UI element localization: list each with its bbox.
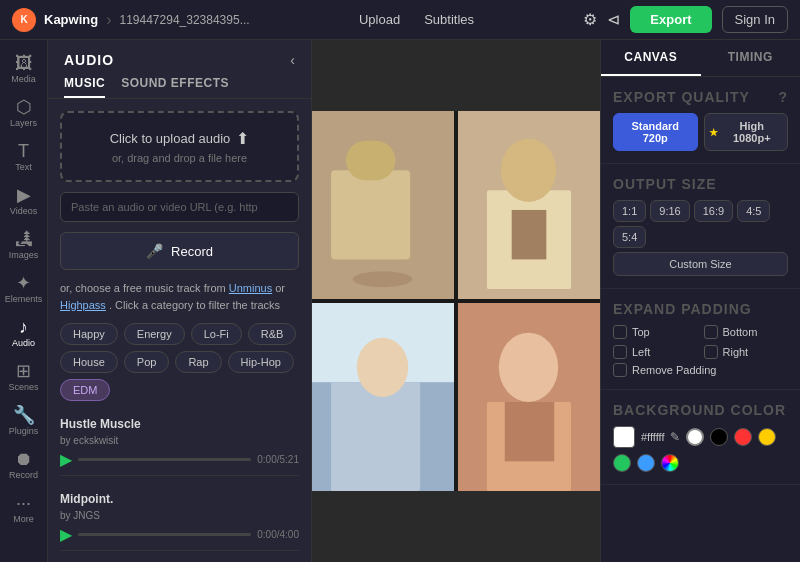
sidebar-icons: 🖼 Media ⬡ Layers T Text ▶ Videos 🏞 Image…: [0, 40, 48, 562]
canvas-grid: [312, 111, 600, 491]
export-button[interactable]: Export: [630, 6, 711, 33]
plugins-icon: 🔧: [13, 406, 35, 424]
color-swatch-red[interactable]: [734, 428, 752, 446]
canvas-cell-2: [312, 303, 454, 491]
topbar-left: K Kapwing › 119447294_32384395...: [12, 8, 250, 32]
expand-padding-section: EXPAND PADDING Top Bottom Left Right: [601, 289, 800, 390]
tab-timing[interactable]: TIMING: [701, 40, 801, 76]
sidebar-item-elements[interactable]: ✦ Elements: [2, 268, 46, 310]
size-4-5[interactable]: 4:5: [737, 200, 770, 222]
upload-area[interactable]: Click to upload audio ⬆ or, drag and dro…: [60, 111, 299, 182]
signin-button[interactable]: Sign In: [722, 6, 788, 33]
tab-sound-effects[interactable]: SOUND EFFECTS: [121, 76, 229, 98]
subtitles-button[interactable]: Subtitles: [424, 12, 474, 27]
scenes-icon: ⊞: [16, 362, 31, 380]
padding-right-checkbox[interactable]: [704, 345, 718, 359]
svg-rect-10: [331, 382, 420, 491]
color-edit-button[interactable]: ✎: [670, 430, 680, 444]
share-icon[interactable]: ⊲: [607, 10, 620, 29]
sidebar-item-text[interactable]: T Text: [2, 136, 46, 178]
sidebar-item-images[interactable]: 🏞 Images: [2, 224, 46, 266]
file-name: 119447294_32384395...: [120, 13, 250, 27]
audio-icon: ♪: [19, 318, 28, 336]
remove-padding[interactable]: Remove Padding: [613, 363, 788, 377]
color-swatch-yellow[interactable]: [758, 428, 776, 446]
sidebar-item-media[interactable]: 🖼 Media: [2, 48, 46, 90]
sidebar-item-record[interactable]: ⏺ Record: [2, 444, 46, 486]
size-9-16[interactable]: 9:16: [650, 200, 689, 222]
breadcrumb-sep: ›: [106, 11, 111, 29]
track-progress-bar-0[interactable]: [78, 458, 251, 461]
kapwing-logo: K: [12, 8, 36, 32]
star-icon: ★: [709, 127, 718, 138]
sidebar-item-more[interactable]: ··· More: [2, 488, 46, 530]
settings-icon[interactable]: ⚙: [583, 10, 597, 29]
free-music-text: or, choose a free music track from Unmin…: [60, 280, 299, 313]
color-swatch-black[interactable]: [710, 428, 728, 446]
track-play-button-0[interactable]: ▶: [60, 450, 72, 469]
track-item-0: Hustle Muscle by eckskwisit ▶ 0:00/5:21: [60, 411, 299, 476]
track-name-0: Hustle Muscle: [60, 417, 299, 431]
sidebar-item-scenes[interactable]: ⊞ Scenes: [2, 356, 46, 398]
tab-canvas[interactable]: CANVAS: [601, 40, 701, 76]
bg-color-section: BACKGROUND COLOR #ffffff ✎: [601, 390, 800, 485]
color-swatch-blue[interactable]: [637, 454, 655, 472]
color-swatch-green[interactable]: [613, 454, 631, 472]
genre-happy[interactable]: Happy: [60, 323, 118, 345]
upload-sub: or, drag and drop a file here: [112, 152, 247, 164]
size-16-9[interactable]: 16:9: [694, 200, 733, 222]
track-play-button-1[interactable]: ▶: [60, 525, 72, 544]
padding-bottom-checkbox[interactable]: [704, 325, 718, 339]
padding-right[interactable]: Right: [704, 345, 789, 359]
genre-edm[interactable]: EDM: [60, 379, 110, 401]
track-progress-bar-1[interactable]: [78, 533, 251, 536]
color-preview[interactable]: [613, 426, 635, 448]
more-icon: ···: [16, 494, 31, 512]
sidebar-item-plugins[interactable]: 🔧 Plugins: [2, 400, 46, 442]
genre-hiphop[interactable]: Hip-Hop: [228, 351, 294, 373]
unminus-link[interactable]: Unminus: [229, 282, 272, 294]
sidebar-item-layers[interactable]: ⬡ Layers: [2, 92, 46, 134]
highpass-link[interactable]: Highpass: [60, 299, 106, 311]
genre-energy[interactable]: Energy: [124, 323, 185, 345]
quality-standard-button[interactable]: Standard 720p: [613, 113, 698, 151]
track-item-1: Midpoint. by JNGS ▶ 0:00/4:00: [60, 486, 299, 551]
main-layout: 🖼 Media ⬡ Layers T Text ▶ Videos 🏞 Image…: [0, 40, 800, 562]
padding-top-label: Top: [632, 326, 650, 338]
sidebar-item-audio[interactable]: ♪ Audio: [2, 312, 46, 354]
genre-lofi[interactable]: Lo-Fi: [191, 323, 242, 345]
size-5-4[interactable]: 5:4: [613, 226, 646, 248]
custom-size-button[interactable]: Custom Size: [613, 252, 788, 276]
upload-button[interactable]: Upload: [359, 12, 400, 27]
sidebar-label-media: Media: [11, 74, 36, 84]
sidebar-item-videos[interactable]: ▶ Videos: [2, 180, 46, 222]
panel-collapse-button[interactable]: ‹: [290, 52, 295, 68]
tab-music[interactable]: MUSIC: [64, 76, 105, 98]
genre-house[interactable]: House: [60, 351, 118, 373]
color-swatch-white[interactable]: [686, 428, 704, 446]
padding-left-checkbox[interactable]: [613, 345, 627, 359]
audio-panel: AUDIO ‹ MUSIC SOUND EFFECTS Click to upl…: [48, 40, 312, 562]
url-input[interactable]: [60, 192, 299, 222]
padding-top-checkbox[interactable]: [613, 325, 627, 339]
images-icon: 🏞: [15, 230, 33, 248]
padding-left[interactable]: Left: [613, 345, 698, 359]
padding-grid: Top Bottom Left Right: [613, 325, 788, 359]
padding-top[interactable]: Top: [613, 325, 698, 339]
info-icon[interactable]: ?: [778, 89, 788, 105]
track-progress-row-0: ▶ 0:00/5:21: [60, 450, 299, 469]
quality-high-label: High 1080p+: [721, 120, 784, 144]
canvas-area: [312, 40, 600, 562]
remove-padding-label: Remove Padding: [632, 364, 716, 376]
size-1-1[interactable]: 1:1: [613, 200, 646, 222]
genre-pop[interactable]: Pop: [124, 351, 170, 373]
size-buttons: 1:1 9:16 16:9 4:5 5:4: [613, 200, 788, 248]
padding-bottom[interactable]: Bottom: [704, 325, 789, 339]
genre-rnb[interactable]: R&B: [248, 323, 297, 345]
quality-high-button[interactable]: ★ High 1080p+: [704, 113, 789, 151]
color-picker-button[interactable]: [661, 454, 679, 472]
remove-padding-checkbox[interactable]: [613, 363, 627, 377]
bg-color-row: #ffffff ✎: [613, 426, 788, 472]
genre-rap[interactable]: Rap: [175, 351, 221, 373]
record-button[interactable]: 🎤 Record: [60, 232, 299, 270]
